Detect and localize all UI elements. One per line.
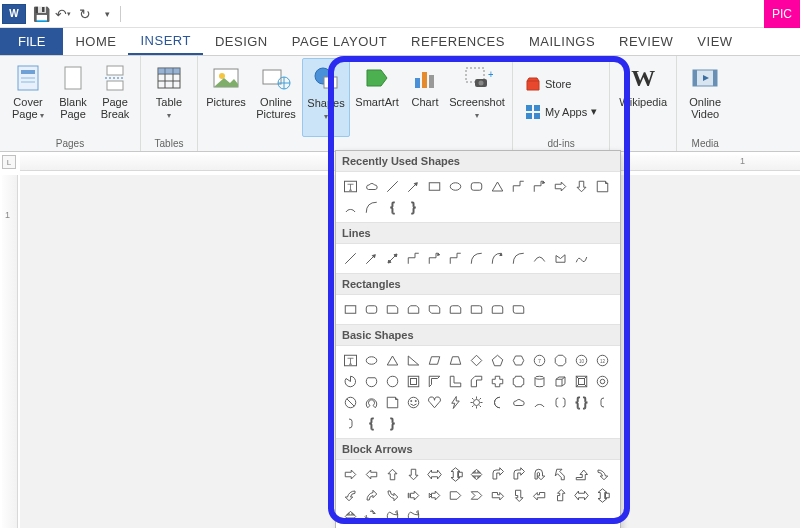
online-video-button[interactable]: Online Video — [681, 58, 729, 137]
shape-item[interactable] — [592, 392, 613, 413]
shape-item[interactable] — [445, 485, 466, 506]
shape-item[interactable] — [361, 248, 382, 269]
store-button[interactable]: Store — [521, 74, 601, 94]
shape-item[interactable] — [403, 506, 424, 527]
shape-item[interactable]: 7 — [529, 350, 550, 371]
shape-item[interactable]: } — [382, 413, 403, 434]
online-pictures-button[interactable]: Online Pictures — [250, 58, 302, 137]
my-apps-button[interactable]: My Apps▾ — [521, 102, 601, 122]
shape-item[interactable] — [361, 464, 382, 485]
shape-item[interactable] — [382, 299, 403, 320]
shape-item[interactable]: 10 — [571, 350, 592, 371]
shape-item[interactable] — [508, 350, 529, 371]
shape-item[interactable] — [340, 464, 361, 485]
shape-item[interactable] — [340, 506, 361, 527]
shape-item[interactable] — [466, 485, 487, 506]
shape-item[interactable] — [340, 413, 361, 434]
wikipedia-button[interactable]: W Wikipedia — [614, 58, 672, 137]
shape-item[interactable] — [529, 392, 550, 413]
shape-item[interactable] — [487, 248, 508, 269]
shape-item[interactable] — [361, 350, 382, 371]
shape-item[interactable] — [592, 371, 613, 392]
shape-item[interactable] — [445, 464, 466, 485]
shape-item[interactable] — [571, 371, 592, 392]
shape-item[interactable] — [445, 371, 466, 392]
shape-item[interactable] — [487, 299, 508, 320]
tab-file[interactable]: FILE — [0, 28, 63, 55]
shape-item[interactable] — [529, 248, 550, 269]
shape-item[interactable] — [466, 299, 487, 320]
shape-item[interactable] — [487, 371, 508, 392]
shape-item[interactable]: } — [403, 197, 424, 218]
shape-item[interactable] — [340, 299, 361, 320]
shape-item[interactable] — [424, 350, 445, 371]
shape-item[interactable] — [466, 392, 487, 413]
shape-item[interactable]: { — [361, 413, 382, 434]
shape-item[interactable] — [382, 506, 403, 527]
cover-page-button[interactable]: Cover Page ▾ — [4, 58, 52, 137]
tab-view[interactable]: VIEW — [685, 28, 744, 55]
shape-item[interactable] — [340, 350, 361, 371]
shape-item[interactable] — [340, 248, 361, 269]
shape-item[interactable] — [424, 392, 445, 413]
shape-item[interactable] — [361, 299, 382, 320]
shape-item[interactable] — [508, 464, 529, 485]
shape-item[interactable] — [340, 176, 361, 197]
shape-item[interactable] — [550, 392, 571, 413]
shape-item[interactable] — [403, 371, 424, 392]
shape-item[interactable] — [508, 299, 529, 320]
shape-item[interactable] — [382, 350, 403, 371]
shape-item[interactable] — [487, 464, 508, 485]
contextual-tab-picture[interactable]: PIC — [764, 0, 800, 28]
shape-item[interactable] — [487, 350, 508, 371]
shape-item[interactable] — [466, 176, 487, 197]
tab-review[interactable]: REVIEW — [607, 28, 685, 55]
shape-item[interactable] — [550, 464, 571, 485]
shape-item[interactable] — [361, 197, 382, 218]
shape-item[interactable] — [487, 176, 508, 197]
qat-customize-icon[interactable]: ▾ — [96, 3, 118, 25]
shape-item[interactable]: { } — [571, 392, 592, 413]
shape-item[interactable] — [445, 299, 466, 320]
tab-home[interactable]: HOME — [63, 28, 128, 55]
shape-item[interactable] — [592, 176, 613, 197]
tab-design[interactable]: DESIGN — [203, 28, 280, 55]
shape-item[interactable] — [571, 176, 592, 197]
shape-item[interactable] — [550, 248, 571, 269]
shape-item[interactable] — [382, 464, 403, 485]
shape-item[interactable] — [403, 176, 424, 197]
shape-item[interactable] — [508, 392, 529, 413]
shape-item[interactable] — [592, 464, 613, 485]
shape-item[interactable] — [466, 371, 487, 392]
shape-item[interactable] — [529, 371, 550, 392]
shape-item[interactable] — [466, 350, 487, 371]
shape-item[interactable] — [424, 176, 445, 197]
qat-undo-icon[interactable]: ↶▾ — [52, 3, 74, 25]
shape-item[interactable] — [403, 464, 424, 485]
shapes-button[interactable]: Shapes▾ — [302, 58, 350, 137]
shape-item[interactable] — [445, 350, 466, 371]
smartart-button[interactable]: SmartArt — [350, 58, 404, 137]
tab-insert[interactable]: INSERT — [128, 28, 202, 55]
shape-item[interactable] — [550, 371, 571, 392]
shape-item[interactable] — [466, 248, 487, 269]
qat-redo-icon[interactable]: ↻ — [74, 3, 96, 25]
shape-item[interactable] — [382, 485, 403, 506]
shape-item[interactable] — [550, 485, 571, 506]
shape-item[interactable] — [361, 392, 382, 413]
shape-item[interactable] — [403, 485, 424, 506]
table-button[interactable]: Table▾ — [145, 58, 193, 137]
shape-item[interactable] — [445, 392, 466, 413]
blank-page-button[interactable]: Blank Page — [52, 58, 94, 137]
shape-item[interactable] — [445, 248, 466, 269]
shape-item[interactable] — [508, 485, 529, 506]
shape-item[interactable] — [382, 392, 403, 413]
shape-item[interactable] — [445, 176, 466, 197]
shape-item[interactable] — [340, 371, 361, 392]
shape-item[interactable] — [424, 464, 445, 485]
shape-item[interactable] — [424, 299, 445, 320]
shape-item[interactable] — [424, 485, 445, 506]
shape-item[interactable] — [403, 299, 424, 320]
shape-item[interactable] — [361, 485, 382, 506]
chart-button[interactable]: Chart — [404, 58, 446, 137]
